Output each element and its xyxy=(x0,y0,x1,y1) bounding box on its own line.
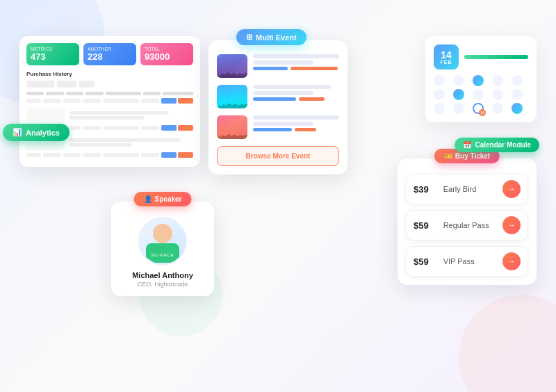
filter-pill-2 xyxy=(57,81,76,88)
cal-dot xyxy=(434,89,445,100)
cal-dot-active xyxy=(453,89,464,100)
stat-total: TOTAL 93000 xyxy=(140,43,193,65)
event-line xyxy=(253,91,313,95)
event-line xyxy=(253,85,331,89)
buy-ticket-badge-label: Buy Ticket xyxy=(455,152,490,160)
calendar-card: 14 FEB 14 xyxy=(425,36,537,122)
browse-more-button[interactable]: Browse More Event xyxy=(217,146,339,166)
speaker-card: 👤 Speaker SCIENCE Michael Anthony CEO, H… xyxy=(111,202,214,296)
buy-ticket-card: 🎫 Buy Ticket $39 Early Bird → $59 Regula… xyxy=(398,158,537,285)
stat-metrics-num: 473 xyxy=(31,51,75,62)
ticket-price-3: $59 xyxy=(414,256,443,267)
ticket-label-1: Early Bird xyxy=(443,185,502,193)
cal-dot xyxy=(512,75,523,86)
stat-metrics: METRICS 473 xyxy=(26,43,79,65)
calendar-month: FEB xyxy=(441,60,452,65)
event-item-1 xyxy=(217,54,339,78)
table-row xyxy=(26,108,193,123)
cal-dot-today: 14 xyxy=(473,103,484,114)
speaker-avatar: SCIENCE xyxy=(138,217,187,266)
filter-pill-3 xyxy=(79,81,95,88)
ticket-price-1: $39 xyxy=(414,184,443,195)
event-line xyxy=(253,60,313,65)
ticket-arrow-1[interactable]: → xyxy=(502,180,521,198)
table-action-btn-blue[interactable] xyxy=(161,125,177,131)
event-item-2 xyxy=(217,85,339,108)
bg-blob-2 xyxy=(459,295,556,392)
table-action-btn-orange[interactable] xyxy=(178,98,193,104)
table-header xyxy=(26,92,193,95)
ticket-option-early-bird[interactable]: $39 Early Bird → xyxy=(406,174,528,204)
event-tag-orange xyxy=(295,128,316,131)
user-icon: 👤 xyxy=(144,195,152,203)
stat-another-label: ANOTHER xyxy=(88,47,132,51)
cal-dot xyxy=(492,75,503,86)
event-line xyxy=(253,54,339,58)
event-line xyxy=(253,115,339,120)
stat-total-num: 93000 xyxy=(145,51,189,62)
table-action-btn-blue[interactable] xyxy=(161,98,177,104)
speaker-person-icon: SCIENCE xyxy=(140,217,186,266)
stat-total-label: TOTAL xyxy=(145,47,189,51)
stat-another: ANOTHER 228 xyxy=(83,43,136,65)
event-info-2 xyxy=(253,85,339,103)
stat-metrics-label: METRICS xyxy=(31,47,75,51)
speaker-badge-label: Speaker xyxy=(155,195,182,203)
person-body: SCIENCE xyxy=(146,243,179,263)
event-tag-blue xyxy=(253,67,288,70)
stat-another-num: 228 xyxy=(88,51,132,62)
cal-dot xyxy=(434,75,445,86)
ticket-arrow-2[interactable]: → xyxy=(502,216,521,234)
cal-dot xyxy=(492,103,503,114)
table-row xyxy=(26,98,193,104)
multi-event-badge: ⊞ Multi Event xyxy=(236,29,306,45)
calendar-day: 14 xyxy=(441,50,452,60)
cal-dot xyxy=(434,103,445,114)
event-thumb-2 xyxy=(217,85,247,108)
multi-event-card: Browse More Event xyxy=(208,40,348,174)
cal-dot xyxy=(512,89,523,100)
calendar-accent-line xyxy=(464,55,528,59)
cal-dot-active xyxy=(473,75,484,86)
ticket-label-3: VIP Pass xyxy=(443,257,502,266)
calendar-header: 14 FEB xyxy=(434,44,528,70)
event-info-3 xyxy=(253,115,339,133)
chart-icon: 📊 xyxy=(13,128,22,137)
calendar-date-box: 14 FEB xyxy=(434,44,459,70)
person-head xyxy=(153,224,172,243)
shirt-text: SCIENCE xyxy=(151,253,174,257)
table-row xyxy=(26,152,193,158)
ticket-option-regular[interactable]: $59 Regular Pass → xyxy=(406,210,528,240)
table-action-btn-orange[interactable] xyxy=(178,125,193,131)
ticket-label-2: Regular Pass xyxy=(443,221,502,229)
analytics-badge-label: Analytics xyxy=(26,129,60,137)
table-title: Purchase History xyxy=(26,71,193,77)
cal-dot xyxy=(453,75,464,86)
table-action-btn-blue[interactable] xyxy=(161,152,177,158)
speaker-badge: 👤 Speaker xyxy=(134,192,192,206)
analytics-badge: 📊 Analytics xyxy=(3,124,70,141)
event-info-1 xyxy=(253,54,339,72)
calendar-grid: 14 xyxy=(434,75,528,114)
analytics-card: METRICS 473 ANOTHER 228 TOTAL 93000 Purc… xyxy=(19,36,200,167)
ticket-arrow-3[interactable]: → xyxy=(502,252,521,270)
event-line xyxy=(253,122,313,126)
table-filter-bar xyxy=(26,81,193,88)
ticket-option-vip[interactable]: $59 VIP Pass → xyxy=(406,246,528,277)
speaker-name: Michael Anthony xyxy=(120,271,206,279)
event-thumb-1 xyxy=(217,54,247,78)
event-tag-orange xyxy=(291,67,338,70)
event-tag-orange xyxy=(299,97,325,101)
filter-pill-1 xyxy=(26,81,54,88)
ticket-icon: 🎫 xyxy=(444,152,452,160)
table-action-btn-orange[interactable] xyxy=(178,152,193,158)
ticket-price-2: $59 xyxy=(414,220,443,231)
event-thumb-3 xyxy=(217,115,247,139)
cal-dot xyxy=(453,103,464,114)
speaker-title: CEO, Highoncode xyxy=(120,281,206,288)
event-tag-blue xyxy=(253,128,292,131)
grid-icon: ⊞ xyxy=(246,33,252,42)
event-tag-blue xyxy=(253,97,296,101)
cal-dot-active xyxy=(512,103,523,114)
calendar-badge-label: Calendar Module xyxy=(475,141,531,149)
